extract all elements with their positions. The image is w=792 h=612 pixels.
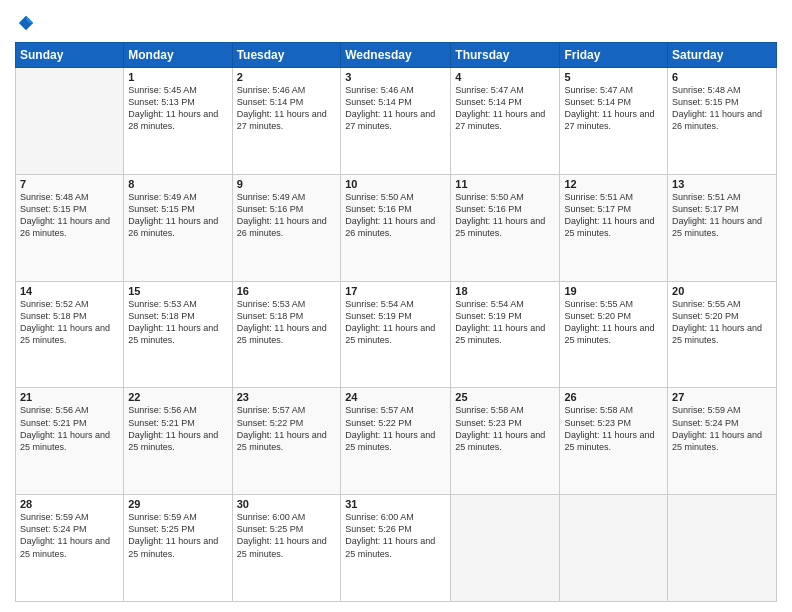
day-number: 23	[237, 391, 337, 403]
day-number: 20	[672, 285, 772, 297]
cell-info: Sunrise: 5:57 AMSunset: 5:22 PMDaylight:…	[345, 405, 435, 451]
calendar-cell: 15Sunrise: 5:53 AMSunset: 5:18 PMDayligh…	[124, 281, 232, 388]
day-number: 14	[20, 285, 119, 297]
cell-info: Sunrise: 5:59 AMSunset: 5:25 PMDaylight:…	[128, 512, 218, 558]
calendar-cell: 22Sunrise: 5:56 AMSunset: 5:21 PMDayligh…	[124, 388, 232, 495]
calendar-week-row: 7Sunrise: 5:48 AMSunset: 5:15 PMDaylight…	[16, 174, 777, 281]
calendar-cell: 1Sunrise: 5:45 AMSunset: 5:13 PMDaylight…	[124, 68, 232, 175]
calendar-cell: 21Sunrise: 5:56 AMSunset: 5:21 PMDayligh…	[16, 388, 124, 495]
day-number: 19	[564, 285, 663, 297]
day-number: 13	[672, 178, 772, 190]
calendar-week-row: 14Sunrise: 5:52 AMSunset: 5:18 PMDayligh…	[16, 281, 777, 388]
calendar-cell: 5Sunrise: 5:47 AMSunset: 5:14 PMDaylight…	[560, 68, 668, 175]
day-number: 31	[345, 498, 446, 510]
calendar-table: SundayMondayTuesdayWednesdayThursdayFrid…	[15, 42, 777, 602]
day-number: 28	[20, 498, 119, 510]
calendar-cell: 25Sunrise: 5:58 AMSunset: 5:23 PMDayligh…	[451, 388, 560, 495]
weekday-header-tuesday: Tuesday	[232, 43, 341, 68]
day-number: 6	[672, 71, 772, 83]
cell-info: Sunrise: 6:00 AMSunset: 5:25 PMDaylight:…	[237, 512, 327, 558]
calendar-cell: 12Sunrise: 5:51 AMSunset: 5:17 PMDayligh…	[560, 174, 668, 281]
weekday-header-sunday: Sunday	[16, 43, 124, 68]
calendar-cell: 27Sunrise: 5:59 AMSunset: 5:24 PMDayligh…	[668, 388, 777, 495]
cell-info: Sunrise: 5:54 AMSunset: 5:19 PMDaylight:…	[345, 299, 435, 345]
day-number: 27	[672, 391, 772, 403]
calendar-cell: 8Sunrise: 5:49 AMSunset: 5:15 PMDaylight…	[124, 174, 232, 281]
day-number: 11	[455, 178, 555, 190]
cell-info: Sunrise: 5:56 AMSunset: 5:21 PMDaylight:…	[20, 405, 110, 451]
header	[15, 10, 777, 36]
weekday-header-friday: Friday	[560, 43, 668, 68]
day-number: 15	[128, 285, 227, 297]
cell-info: Sunrise: 5:51 AMSunset: 5:17 PMDaylight:…	[672, 192, 762, 238]
cell-info: Sunrise: 5:49 AMSunset: 5:15 PMDaylight:…	[128, 192, 218, 238]
cell-info: Sunrise: 5:55 AMSunset: 5:20 PMDaylight:…	[672, 299, 762, 345]
cell-info: Sunrise: 5:59 AMSunset: 5:24 PMDaylight:…	[672, 405, 762, 451]
cell-info: Sunrise: 5:49 AMSunset: 5:16 PMDaylight:…	[237, 192, 327, 238]
calendar-cell: 19Sunrise: 5:55 AMSunset: 5:20 PMDayligh…	[560, 281, 668, 388]
day-number: 16	[237, 285, 337, 297]
day-number: 7	[20, 178, 119, 190]
cell-info: Sunrise: 5:50 AMSunset: 5:16 PMDaylight:…	[455, 192, 545, 238]
cell-info: Sunrise: 5:52 AMSunset: 5:18 PMDaylight:…	[20, 299, 110, 345]
cell-info: Sunrise: 5:47 AMSunset: 5:14 PMDaylight:…	[455, 85, 545, 131]
calendar-cell: 11Sunrise: 5:50 AMSunset: 5:16 PMDayligh…	[451, 174, 560, 281]
cell-info: Sunrise: 6:00 AMSunset: 5:26 PMDaylight:…	[345, 512, 435, 558]
cell-info: Sunrise: 5:45 AMSunset: 5:13 PMDaylight:…	[128, 85, 218, 131]
calendar-cell: 14Sunrise: 5:52 AMSunset: 5:18 PMDayligh…	[16, 281, 124, 388]
weekday-header-saturday: Saturday	[668, 43, 777, 68]
calendar-cell: 20Sunrise: 5:55 AMSunset: 5:20 PMDayligh…	[668, 281, 777, 388]
cell-info: Sunrise: 5:58 AMSunset: 5:23 PMDaylight:…	[455, 405, 545, 451]
day-number: 1	[128, 71, 227, 83]
calendar-cell: 3Sunrise: 5:46 AMSunset: 5:14 PMDaylight…	[341, 68, 451, 175]
cell-info: Sunrise: 5:48 AMSunset: 5:15 PMDaylight:…	[20, 192, 110, 238]
calendar-cell: 23Sunrise: 5:57 AMSunset: 5:22 PMDayligh…	[232, 388, 341, 495]
calendar-cell	[16, 68, 124, 175]
cell-info: Sunrise: 5:59 AMSunset: 5:24 PMDaylight:…	[20, 512, 110, 558]
day-number: 29	[128, 498, 227, 510]
calendar-cell	[560, 495, 668, 602]
cell-info: Sunrise: 5:54 AMSunset: 5:19 PMDaylight:…	[455, 299, 545, 345]
calendar-cell: 2Sunrise: 5:46 AMSunset: 5:14 PMDaylight…	[232, 68, 341, 175]
logo	[15, 14, 35, 36]
cell-info: Sunrise: 5:47 AMSunset: 5:14 PMDaylight:…	[564, 85, 654, 131]
calendar-cell: 30Sunrise: 6:00 AMSunset: 5:25 PMDayligh…	[232, 495, 341, 602]
day-number: 12	[564, 178, 663, 190]
day-number: 21	[20, 391, 119, 403]
cell-info: Sunrise: 5:50 AMSunset: 5:16 PMDaylight:…	[345, 192, 435, 238]
weekday-header-thursday: Thursday	[451, 43, 560, 68]
logo-icon	[17, 14, 35, 32]
calendar-week-row: 1Sunrise: 5:45 AMSunset: 5:13 PMDaylight…	[16, 68, 777, 175]
weekday-header-row: SundayMondayTuesdayWednesdayThursdayFrid…	[16, 43, 777, 68]
calendar-cell: 31Sunrise: 6:00 AMSunset: 5:26 PMDayligh…	[341, 495, 451, 602]
day-number: 10	[345, 178, 446, 190]
calendar-cell: 13Sunrise: 5:51 AMSunset: 5:17 PMDayligh…	[668, 174, 777, 281]
day-number: 5	[564, 71, 663, 83]
day-number: 8	[128, 178, 227, 190]
day-number: 25	[455, 391, 555, 403]
calendar-page: SundayMondayTuesdayWednesdayThursdayFrid…	[0, 0, 792, 612]
day-number: 2	[237, 71, 337, 83]
day-number: 9	[237, 178, 337, 190]
day-number: 4	[455, 71, 555, 83]
cell-info: Sunrise: 5:46 AMSunset: 5:14 PMDaylight:…	[345, 85, 435, 131]
calendar-cell: 26Sunrise: 5:58 AMSunset: 5:23 PMDayligh…	[560, 388, 668, 495]
cell-info: Sunrise: 5:57 AMSunset: 5:22 PMDaylight:…	[237, 405, 327, 451]
cell-info: Sunrise: 5:58 AMSunset: 5:23 PMDaylight:…	[564, 405, 654, 451]
calendar-cell: 28Sunrise: 5:59 AMSunset: 5:24 PMDayligh…	[16, 495, 124, 602]
calendar-cell: 17Sunrise: 5:54 AMSunset: 5:19 PMDayligh…	[341, 281, 451, 388]
calendar-cell	[451, 495, 560, 602]
calendar-cell: 16Sunrise: 5:53 AMSunset: 5:18 PMDayligh…	[232, 281, 341, 388]
calendar-week-row: 28Sunrise: 5:59 AMSunset: 5:24 PMDayligh…	[16, 495, 777, 602]
calendar-week-row: 21Sunrise: 5:56 AMSunset: 5:21 PMDayligh…	[16, 388, 777, 495]
day-number: 24	[345, 391, 446, 403]
weekday-header-wednesday: Wednesday	[341, 43, 451, 68]
weekday-header-monday: Monday	[124, 43, 232, 68]
cell-info: Sunrise: 5:53 AMSunset: 5:18 PMDaylight:…	[237, 299, 327, 345]
calendar-cell: 18Sunrise: 5:54 AMSunset: 5:19 PMDayligh…	[451, 281, 560, 388]
day-number: 30	[237, 498, 337, 510]
day-number: 26	[564, 391, 663, 403]
cell-info: Sunrise: 5:53 AMSunset: 5:18 PMDaylight:…	[128, 299, 218, 345]
cell-info: Sunrise: 5:51 AMSunset: 5:17 PMDaylight:…	[564, 192, 654, 238]
calendar-cell: 10Sunrise: 5:50 AMSunset: 5:16 PMDayligh…	[341, 174, 451, 281]
